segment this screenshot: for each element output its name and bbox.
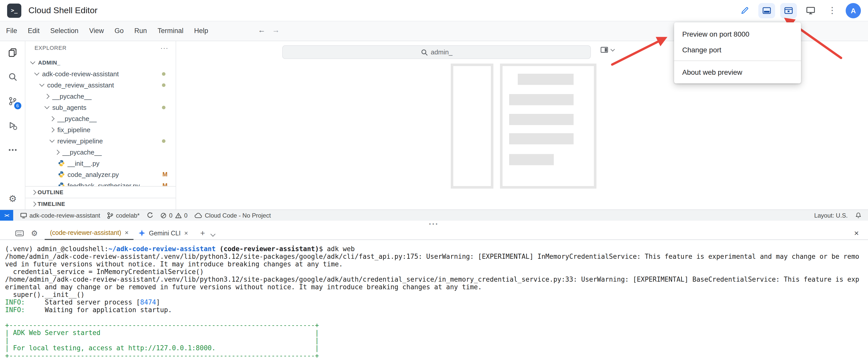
terminal-prompt-line: (.venv) admin_@cloudshell:~/adk-code-rev…	[5, 245, 868, 253]
forward-arrow-icon[interactable]: →	[272, 25, 280, 34]
keyboard-icon[interactable]	[15, 230, 24, 236]
menu-item-about-web-preview[interactable]: About web preview	[674, 64, 801, 80]
chevron-down-icon	[44, 104, 49, 109]
back-arrow-icon[interactable]: ←	[258, 25, 266, 34]
statusbar-branch[interactable]: codelab*	[107, 212, 140, 219]
modified-dot	[162, 139, 165, 143]
terminal-settings-gear-icon[interactable]: ⚙	[31, 228, 38, 238]
menu-edit[interactable]: Edit	[28, 27, 40, 34]
new-terminal-button[interactable]: +	[200, 228, 205, 238]
run-debug-icon[interactable]	[7, 120, 18, 131]
warnings-icon	[175, 212, 182, 218]
statusbar-workspace[interactable]: adk-code-review-assistant	[20, 212, 100, 219]
notifications-bell-icon[interactable]	[855, 212, 862, 219]
terminal-panel-icon[interactable]	[758, 3, 775, 18]
tree-item-root-admin[interactable]: ADMIN_	[25, 57, 176, 68]
edit-pencil-icon[interactable]	[737, 3, 753, 18]
tree-item-code-analyzer-py[interactable]: code_analyzer.py M	[25, 169, 176, 180]
search-icon[interactable]	[7, 71, 18, 82]
avatar[interactable]: A	[846, 3, 861, 18]
statusbar-cloud-code[interactable]: Cloud Code - No Project	[195, 212, 271, 219]
menu-terminal[interactable]: Terminal	[158, 27, 184, 34]
cloud-icon	[195, 212, 202, 218]
tree-item-adk-code-review-assistant[interactable]: adk-code-review-assistant	[25, 68, 176, 79]
workspace-icon	[20, 212, 27, 218]
terminal-tab-gemini-cli[interactable]: Gemini CLI ×	[134, 226, 193, 240]
explorer-panel: EXPLORER ··· ADMIN_ adk-code-review-assi…	[25, 41, 176, 209]
python-file-icon	[58, 160, 65, 167]
adk-server-box-line: | ADK Web Server started |	[5, 329, 868, 337]
statusbar-sync-icon[interactable]	[147, 212, 153, 219]
panel-resize-handle[interactable]: •••	[0, 221, 868, 227]
explorer-header: EXPLORER ···	[25, 41, 176, 55]
statusbar-problems[interactable]: 0 0	[160, 212, 188, 219]
drag-handle-dots: •••	[429, 221, 439, 226]
chevron-right-icon	[31, 190, 36, 195]
search-icon	[421, 49, 428, 56]
kebab-menu-icon[interactable]: ⋮	[824, 3, 841, 18]
remote-indicator[interactable]: ><	[0, 210, 13, 221]
tree-item-code-review-assistant[interactable]: code_review_assistant	[25, 79, 176, 90]
tree-item-pycache-2[interactable]: __pycache__	[25, 113, 176, 124]
adk-server-box-line: | For local testing, access at http://12…	[5, 344, 868, 352]
tree-item-fix-pipeline[interactable]: fix_pipeline	[25, 124, 176, 135]
search-input[interactable]: admin_	[282, 45, 591, 59]
source-control-icon[interactable]: 6	[7, 95, 18, 107]
status-bar: >< adk-code-review-assistant codelab* 0 …	[0, 209, 868, 221]
chevron-right-icon	[49, 116, 54, 121]
gemini-icon	[139, 230, 146, 236]
menu-go[interactable]: Go	[115, 27, 124, 34]
git-branch-icon	[107, 212, 114, 219]
chevron-down-icon	[30, 59, 35, 64]
tree-item-pycache-1[interactable]: __pycache__	[25, 90, 176, 102]
placeholder-bar	[518, 74, 574, 85]
tree-item-pycache-3[interactable]: __pycache__	[25, 146, 176, 158]
explorer-more-actions-icon[interactable]: ···	[160, 44, 168, 52]
python-file-icon	[58, 182, 65, 186]
web-preview-icon[interactable]	[780, 3, 797, 18]
close-icon[interactable]: ×	[184, 229, 188, 237]
close-icon[interactable]: ×	[125, 229, 129, 236]
terminal-dropdown-chevron-icon[interactable]	[211, 228, 215, 238]
topbar-actions: ⋮ A	[737, 0, 861, 21]
adk-server-box-line: +---------------------------------------…	[5, 352, 868, 359]
menu-help[interactable]: Help	[194, 27, 208, 34]
chevron-down-icon	[49, 138, 54, 143]
more-tools-icon[interactable]	[7, 144, 18, 156]
menu-items: File Edit Selection View Go Run Terminal…	[6, 21, 208, 41]
menu-run[interactable]: Run	[134, 27, 147, 34]
tree-item-init-py[interactable]: __init__.py	[25, 158, 176, 169]
placeholder-bar	[509, 133, 574, 144]
tree-item-feedback-synthesizer-py[interactable]: feedback_synthesizer.py M	[25, 180, 176, 186]
editor-layout-icon[interactable]	[600, 46, 614, 53]
app-title: Cloud Shell Editor	[28, 5, 97, 16]
menu-item-preview-on-port[interactable]: Preview on port 8000	[674, 26, 801, 42]
terminal-output[interactable]: (.venv) admin_@cloudshell:~/adk-code-rev…	[0, 240, 868, 364]
settings-gear-icon[interactable]: ⚙	[0, 193, 25, 204]
explorer-files-icon[interactable]	[7, 47, 18, 58]
tree-item-sub-agents[interactable]: sub_agents	[25, 102, 176, 113]
panel-close-icon[interactable]: ×	[854, 228, 859, 238]
placeholder-bar	[509, 94, 574, 105]
chevron-right-icon	[54, 149, 59, 155]
terminal-line: ved in future versions without notice. I…	[5, 260, 868, 268]
modified-dot	[162, 106, 165, 109]
explorer-title: EXPLORER	[34, 45, 66, 51]
menu-selection[interactable]: Selection	[50, 27, 79, 34]
terminal-tab-code-reviewer-assistant[interactable]: (code-reviewer-assistant) ×	[45, 226, 134, 240]
chevron-down-icon	[39, 82, 44, 87]
timeline-section[interactable]: TIMELINE	[25, 198, 176, 209]
tree-item-review-pipeline[interactable]: review_pipeline	[25, 135, 176, 146]
menu-view[interactable]: View	[89, 27, 104, 34]
python-file-icon	[58, 171, 65, 178]
statusbar-layout[interactable]: Layout: U.S.	[814, 212, 848, 219]
outline-section[interactable]: OUTLINE	[25, 186, 176, 198]
search-value: admin_	[431, 48, 452, 56]
menu-file[interactable]: File	[6, 27, 17, 34]
menu-item-change-port[interactable]: Change port	[674, 42, 801, 57]
terminal-line: /home/admin_/adk-code-review-assistant/.…	[5, 276, 868, 283]
open-in-new-window-icon[interactable]	[802, 3, 819, 18]
modified-dot	[162, 83, 165, 87]
terminal-tab-bar: ⚙ (code-reviewer-assistant) × Gemini CLI…	[0, 227, 868, 240]
menu-separator	[674, 60, 801, 61]
